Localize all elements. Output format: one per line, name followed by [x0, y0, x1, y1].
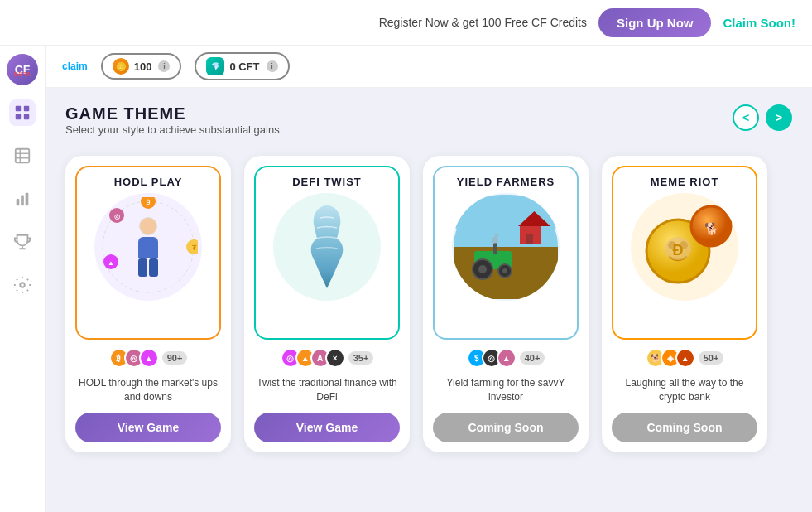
avatar-d4: ×	[325, 348, 345, 368]
section-header: GAME THEME Select your style to achieve …	[65, 104, 792, 151]
game-card-defi: DEFI TWIST	[244, 156, 410, 452]
svg-text:Ð: Ð	[673, 242, 684, 258]
credits-info-icon[interactable]: i	[158, 60, 170, 72]
yield-card-title: YIELD FARMERS	[457, 176, 555, 188]
avatar-3: ▲	[139, 348, 159, 368]
defi-view-game-button[interactable]: View Game	[254, 413, 400, 442]
svg-rect-1	[24, 106, 29, 111]
hodl-description: HODL through the market's ups and downs	[75, 376, 221, 404]
yield-description: Yield farming for the savvY investor	[433, 376, 579, 404]
claim-soon-button[interactable]: Claim Soon!	[723, 16, 795, 30]
yield-avatars: $ ◎ ▲ 40+	[467, 348, 545, 368]
hodl-image: ₿ ₮ ◎ ▲	[94, 193, 202, 301]
svg-rect-10	[26, 193, 29, 206]
meme-coming-soon-button: Coming Soon	[612, 413, 757, 442]
yield-player-count: 40+	[520, 351, 545, 365]
claim-label: claim	[62, 60, 88, 72]
top-banner: Register Now & get 100 Free CF Credits S…	[0, 0, 812, 46]
avatar-y3: ▲	[497, 348, 517, 368]
token-chip-credits[interactable]: 🪙 100 i	[101, 53, 182, 80]
svg-rect-3	[24, 114, 29, 119]
svg-text:◎: ◎	[114, 213, 120, 220]
svg-text:▲: ▲	[108, 259, 114, 267]
svg-point-36	[494, 233, 499, 238]
main-layout: CF BETA claim 🪙 100 i	[0, 46, 812, 512]
token-chip-cft[interactable]: 💎 0 CFT i	[195, 52, 289, 80]
credits-value: 100	[134, 60, 152, 73]
meme-card-title: MEME RIOT	[651, 176, 719, 188]
svg-rect-28	[526, 234, 533, 244]
svg-point-35	[492, 237, 498, 244]
beta-badge: BETA	[7, 70, 38, 78]
game-card-meme: MEME RIOT	[602, 156, 767, 452]
prev-arrow[interactable]: <	[733, 104, 759, 131]
svg-rect-34	[493, 243, 497, 254]
cft-value: 0 CFT	[229, 60, 259, 73]
hodl-avatars: ₿ ◎ ▲ 90+	[109, 348, 188, 368]
section-title: GAME THEME	[65, 104, 280, 123]
hodl-player-count: 90+	[162, 351, 188, 365]
sidebar: CF BETA	[0, 46, 46, 512]
meme-description: Laughing all the way to the crypto bank	[612, 376, 757, 404]
game-card-hodl: HODL PLAY ₿ ₮	[65, 156, 231, 452]
card-inner-yield: YIELD FARMERS	[433, 166, 579, 340]
sidebar-item-settings[interactable]	[9, 272, 36, 298]
token-bar: claim 🪙 100 i 💎 0 CFT i	[46, 46, 812, 88]
sidebar-logo[interactable]: CF	[7, 54, 38, 85]
svg-point-33	[502, 268, 507, 273]
hodl-card-title: HODL PLAY	[114, 176, 183, 188]
meme-avatars: 🐕 ◈ ▲ 50+	[646, 348, 724, 368]
section-subtitle: Select your style to achieve substantial…	[65, 123, 280, 136]
defi-player-count: 35+	[348, 351, 374, 365]
sidebar-item-bar[interactable]	[9, 186, 36, 212]
defi-card-title: DEFI TWIST	[292, 176, 362, 188]
card-inner-defi: DEFI TWIST	[254, 166, 400, 340]
svg-text:🐕: 🐕	[704, 222, 719, 236]
svg-point-31	[478, 265, 487, 273]
svg-rect-8	[17, 199, 20, 205]
game-card-yield: YIELD FARMERS	[423, 156, 589, 452]
logo: CF BETA	[7, 54, 38, 83]
sidebar-item-chart[interactable]	[9, 142, 36, 169]
yield-coming-soon-button: Coming Soon	[433, 413, 579, 442]
main-content: claim 🪙 100 i 💎 0 CFT i GAME THEME Selec…	[46, 46, 812, 512]
game-section: GAME THEME Select your style to achieve …	[46, 88, 812, 469]
svg-point-11	[20, 283, 25, 287]
hodl-view-game-button[interactable]: View Game	[75, 413, 221, 442]
meme-image: Ð 🐕	[631, 193, 738, 301]
svg-rect-9	[21, 195, 24, 205]
cft-icon: 💎	[206, 57, 224, 75]
card-inner-hodl: HODL PLAY ₿ ₮	[75, 166, 221, 340]
svg-rect-4	[16, 149, 30, 163]
credits-icon: 🪙	[113, 58, 129, 75]
signup-button[interactable]: Sign Up Now	[598, 8, 712, 37]
card-inner-meme: MEME RIOT	[612, 166, 757, 340]
yield-image	[452, 193, 560, 301]
defi-image	[273, 193, 381, 301]
next-arrow[interactable]: >	[766, 104, 792, 131]
svg-rect-2	[16, 114, 21, 119]
cards-container: HODL PLAY ₿ ₮	[65, 156, 792, 452]
defi-description: Twist the traditional finance with DeFi	[254, 376, 400, 404]
avatar-m3: ▲	[675, 348, 695, 368]
sidebar-item-grid[interactable]	[9, 99, 36, 126]
cft-info-icon[interactable]: i	[267, 60, 278, 72]
promo-text: Register Now & get 100 Free CF Credits	[379, 16, 587, 29]
meme-player-count: 50+	[699, 351, 724, 365]
nav-arrows: < >	[733, 104, 792, 131]
sidebar-item-trophy[interactable]	[9, 229, 36, 255]
svg-rect-0	[16, 106, 21, 111]
defi-avatars: ◎ ▲ A × 35+	[281, 348, 374, 368]
